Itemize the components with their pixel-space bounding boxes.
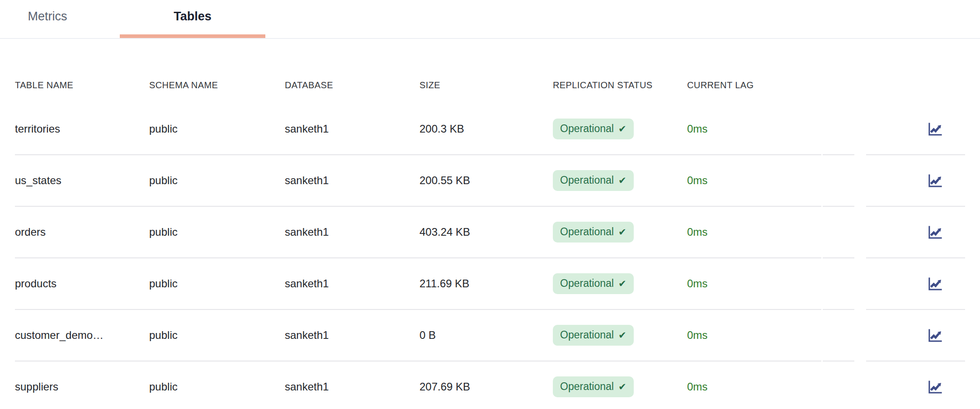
column-header-size: SIZE [419, 80, 553, 90]
table-row: territories public sanketh1 200.3 KB Ope… [15, 104, 980, 155]
check-icon: ✔ [618, 227, 627, 237]
cell-size: 0 B [419, 310, 553, 361]
cell-current-lag: 0ms [687, 310, 821, 361]
cell-current-lag: 0ms [687, 104, 821, 155]
table-row: products public sanketh1 211.69 KB Opera… [15, 258, 980, 310]
cell-replication-status: Operational ✔ [553, 361, 687, 409]
cell-schema-name: public [149, 207, 285, 258]
table-row: customer_demo… public sanketh1 0 B Opera… [15, 310, 980, 361]
cell-table-name: customer_demo… [15, 310, 149, 361]
cell-actions [866, 258, 965, 310]
cell-actions [866, 310, 965, 361]
cell-current-lag: 0ms [687, 207, 821, 258]
cell-spacer [823, 104, 854, 155]
status-badge-label: Operational [560, 330, 614, 340]
cell-replication-status: Operational ✔ [553, 258, 687, 310]
cell-schema-name: public [149, 310, 285, 361]
tab-tables[interactable]: Tables [120, 0, 265, 38]
status-badge: Operational ✔ [553, 222, 634, 243]
cell-spacer [823, 361, 854, 409]
column-header-database: DATABASE [285, 80, 419, 90]
cell-actions [866, 207, 965, 258]
cell-replication-status: Operational ✔ [553, 207, 687, 258]
status-badge-label: Operational [560, 175, 614, 185]
cell-current-lag: 0ms [687, 155, 821, 207]
chart-line-icon[interactable] [926, 327, 944, 344]
status-badge: Operational ✔ [553, 170, 634, 191]
cell-schema-name: public [149, 104, 285, 155]
cell-size: 200.55 KB [419, 155, 553, 207]
column-header-table-name: TABLE NAME [15, 80, 149, 90]
status-badge-label: Operational [560, 227, 614, 237]
cell-database: sanketh1 [285, 310, 419, 361]
cell-database: sanketh1 [285, 258, 419, 310]
cell-table-name: orders [15, 207, 149, 258]
cell-table-name: products [15, 258, 149, 310]
check-icon: ✔ [618, 382, 627, 391]
cell-spacer [823, 258, 854, 310]
chart-line-icon[interactable] [926, 224, 944, 241]
cell-table-name: territories [15, 104, 149, 155]
cell-replication-status: Operational ✔ [553, 155, 687, 207]
check-icon: ✔ [618, 124, 627, 133]
tab-tables-label: Tables [174, 10, 212, 24]
column-header-schema-name: SCHEMA NAME [149, 80, 285, 90]
check-icon: ✔ [618, 330, 627, 340]
cell-database: sanketh1 [285, 155, 419, 207]
cell-size: 200.3 KB [419, 104, 553, 155]
check-icon: ✔ [618, 176, 627, 185]
cell-replication-status: Operational ✔ [553, 310, 687, 361]
cell-size: 403.24 KB [419, 207, 553, 258]
status-badge: Operational ✔ [553, 119, 634, 139]
cell-current-lag: 0ms [687, 361, 821, 409]
cell-schema-name: public [149, 258, 285, 310]
column-header-replication-status: REPLICATION STATUS [553, 80, 687, 90]
cell-table-name: us_states [15, 155, 149, 207]
status-badge: Operational ✔ [553, 325, 634, 346]
cell-actions [866, 361, 965, 409]
chart-line-icon[interactable] [926, 172, 944, 189]
cell-schema-name: public [149, 155, 285, 207]
table-row: suppliers public sanketh1 207.69 KB Oper… [15, 361, 980, 409]
cell-replication-status: Operational ✔ [553, 104, 687, 155]
cell-spacer [823, 155, 854, 207]
cell-table-name: suppliers [15, 361, 149, 409]
cell-size: 211.69 KB [419, 258, 553, 310]
chart-line-icon[interactable] [926, 120, 944, 138]
tab-metrics-label: Metrics [28, 10, 67, 24]
chart-line-icon[interactable] [926, 378, 944, 395]
status-badge-label: Operational [560, 124, 614, 134]
status-badge: Operational ✔ [553, 376, 634, 397]
table-body: territories public sanketh1 200.3 KB Ope… [15, 104, 980, 409]
cell-current-lag: 0ms [687, 258, 821, 310]
tab-bar: Metrics Tables [0, 0, 980, 39]
table-row: orders public sanketh1 403.24 KB Operati… [15, 207, 980, 258]
cell-actions [866, 104, 965, 155]
cell-database: sanketh1 [285, 207, 419, 258]
cell-actions [866, 155, 965, 207]
status-badge-label: Operational [560, 381, 614, 392]
tables-panel: TABLE NAME SCHEMA NAME DATABASE SIZE REP… [0, 76, 980, 409]
active-tab-indicator [120, 34, 265, 38]
table-header-row: TABLE NAME SCHEMA NAME DATABASE SIZE REP… [15, 76, 980, 94]
column-header-current-lag: CURRENT LAG [687, 80, 821, 90]
cell-size: 207.69 KB [419, 361, 553, 409]
cell-spacer [823, 310, 854, 361]
status-badge-label: Operational [560, 278, 614, 289]
tab-metrics[interactable]: Metrics [16, 0, 79, 38]
table-row: us_states public sanketh1 200.55 KB Oper… [15, 155, 980, 207]
cell-schema-name: public [149, 361, 285, 409]
cell-database: sanketh1 [285, 361, 419, 409]
chart-line-icon[interactable] [926, 275, 944, 292]
cell-database: sanketh1 [285, 104, 419, 155]
cell-spacer [823, 207, 854, 258]
status-badge: Operational ✔ [553, 273, 634, 294]
check-icon: ✔ [618, 279, 627, 288]
